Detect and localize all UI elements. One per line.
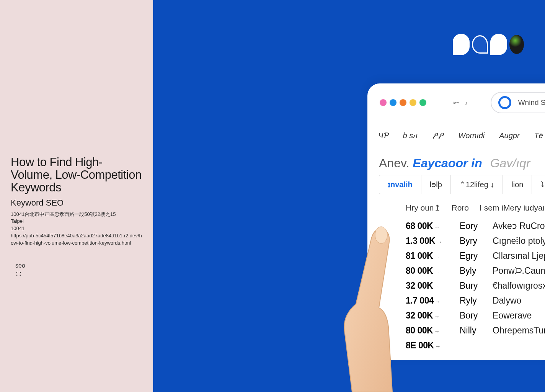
tab-item[interactable]: ЧƤ: [378, 131, 388, 140]
keyword-cell: Eowerave: [493, 310, 532, 321]
page-title: How to Find High-Volume, Low-Competition…: [11, 156, 142, 194]
volume-cell: 80 00K→: [406, 266, 450, 276]
volume-cell: 81 00K→: [406, 251, 450, 261]
headline-main: Eaycaoor in: [413, 156, 482, 170]
logo-part-2: [472, 35, 488, 54]
tab-strip: ЧƤ b s›ı ዖዖ Wornıdi Augpr Tē Tigerv nloi…: [367, 122, 545, 149]
fullscreen-icon: ⛶: [11, 271, 142, 277]
forward-icon[interactable]: ›: [465, 98, 468, 107]
volume-cell: 80 00K→: [406, 325, 450, 336]
address-postal: 10041: [11, 225, 142, 232]
search-bar[interactable]: Wnind Sprolech Qvsamoxing ?mats Qitl: [491, 92, 545, 113]
browser-window: ⤺ › Wnind Sprolech Qvsamoxing ?mats Qitl…: [367, 83, 545, 360]
traffic-light: [419, 99, 426, 106]
table-row[interactable]: 80 00K→ Byly Ponwᙃ.Caunapednth: [406, 263, 545, 278]
filter-item[interactable]: ɪnvalih: [379, 175, 421, 194]
content-area: Anev. Eaycaoor in Gav/ıqr ɪnvalih lɘlþ ⌃…: [367, 149, 545, 360]
keyword-cell: Avkeɔ RuCroves: [493, 221, 545, 231]
traffic-lights: [380, 99, 426, 106]
volume-cell: 68 00K→: [406, 221, 450, 231]
short-cell: Nilly: [460, 325, 483, 336]
logo-part-4: [509, 35, 524, 54]
table-row[interactable]: 80 00K→ Nilly OhrepemsTurare: [406, 323, 545, 338]
filter-item[interactable]: lɘlþ: [421, 175, 451, 194]
volume-cell: 32 00K→: [406, 281, 450, 291]
search-text: Wnind Sprolech Qvsamoxing ?mats Qitl: [518, 98, 545, 107]
filter-bar: ɪnvalih lɘlþ ⌃12lifeg ↓ lion ⤵ │ T l› ⤳ …: [379, 175, 545, 194]
filter-item[interactable]: lion: [503, 175, 532, 194]
filter-item[interactable]: ⌃12lifeg ↓: [451, 175, 503, 194]
keyword-cell: Ponwᙃ.Caunapednth: [493, 266, 545, 276]
keyword-table: 68 00K→ Eory Avkeɔ RuCroves 1.3 00K→ Byr…: [379, 219, 545, 353]
refresh-icon[interactable]: ⤺: [453, 98, 460, 107]
keyword-cell: €halfowıgrosxn: [493, 281, 545, 291]
traffic-light: [390, 99, 397, 106]
volume-cell: 1.7 004→: [406, 296, 450, 306]
traffic-light: [380, 99, 387, 106]
search-icon: [498, 96, 511, 109]
address-line: 10041台北市中正區忠孝西路一段50號22樓之15: [11, 211, 142, 218]
table-row[interactable]: 1.3 00K→ Byry Cıgneⵂlo ptolynrke: [406, 234, 545, 248]
logo-part-3: [490, 34, 507, 55]
content-headline: Anev. Eaycaoor in Gav/ıqr: [379, 156, 545, 170]
traffic-light: [400, 99, 406, 106]
table-row[interactable]: 32 00K→ Bury €halfowıgrosxn: [406, 278, 545, 293]
table-subheader: Hry oun↥ Roro I sem iMery iudyaı T0O3 b …: [379, 199, 545, 219]
short-cell: Ryly: [460, 296, 483, 306]
table-row[interactable]: 8E 00K→: [406, 338, 545, 353]
short-cell: Egry: [460, 251, 483, 261]
traffic-light: [410, 99, 416, 106]
volume-cell: 8E 00K→: [406, 340, 450, 351]
tab-item[interactable]: b s›ı: [403, 131, 418, 140]
tag-seo: seo: [11, 262, 142, 269]
subheader-col: Hry oun↥: [406, 203, 441, 212]
tab-item[interactable]: Augpr: [499, 131, 519, 140]
keyword-cell: Cllarsınal Ljeper: [493, 251, 545, 261]
subheader-col: I sem iMery iudyaı T0O3 b a: [480, 203, 545, 212]
left-sidebar: How to Find High-Volume, Low-Competition…: [0, 0, 153, 392]
tab-item[interactable]: ዖዖ: [432, 130, 444, 141]
keyword-cell: Cıgneⵂlo ptolynrke: [493, 236, 545, 246]
keyword-cell: OhrepemsTurare: [493, 325, 545, 336]
table-row[interactable]: 32 00K→ Bory Eowerave: [406, 308, 545, 323]
filter-item[interactable]: ⤵: [532, 175, 545, 194]
short-cell: Byly: [460, 266, 483, 276]
headline-pre: Anev.: [379, 156, 409, 170]
page-subtitle: Keyword SEO: [11, 198, 142, 208]
table-row[interactable]: 81 00K→ Egry Cllarsınal Ljeper: [406, 248, 545, 263]
logo-cluster: [453, 34, 524, 55]
keyword-cell: Dalywo: [493, 296, 521, 306]
subheader-col: Roro: [452, 203, 469, 212]
table-row[interactable]: 68 00K→ Eory Avkeɔ RuCroves: [406, 219, 545, 234]
headline-suffix: Gav/ıqr: [490, 156, 530, 170]
table-row[interactable]: 1.7 004→ Ryly Dalywo: [406, 293, 545, 308]
short-cell: Bory: [460, 310, 483, 321]
tab-item[interactable]: Wornıdi: [458, 131, 485, 140]
volume-cell: 32 00K→: [406, 310, 450, 321]
address-city: Taipei: [11, 218, 142, 225]
browser-chrome: ⤺ › Wnind Sprolech Qvsamoxing ?mats Qitl: [367, 83, 545, 122]
hero-illustration: ⤺ › Wnind Sprolech Qvsamoxing ?mats Qitl…: [153, 0, 545, 392]
logo-part-1: [453, 34, 470, 55]
short-cell: Eory: [460, 221, 483, 231]
volume-cell: 1.3 00K→: [406, 236, 450, 246]
short-cell: Byry: [460, 236, 483, 246]
short-cell: Bury: [460, 281, 483, 291]
tab-item[interactable]: Tē: [534, 131, 543, 140]
source-url: https://pub-5c454f571b8e40a3a2aad27ade84…: [11, 232, 142, 247]
